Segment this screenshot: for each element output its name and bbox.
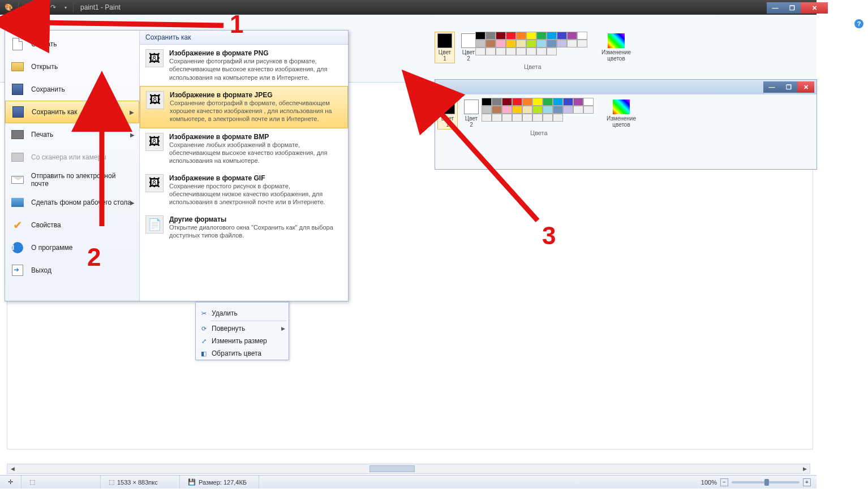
qat-save-icon[interactable]: 💾 [23, 2, 33, 12]
color-swatch[interactable] [547, 47, 557, 55]
qat-icon[interactable]: 🎨 [3, 2, 14, 12]
saveas-option-4[interactable]: 📄Другие форматыОткрытие диалогового окна… [140, 211, 348, 244]
color-swatch[interactable] [512, 98, 522, 106]
help-icon[interactable]: ? [854, 19, 863, 28]
color-swatch[interactable] [553, 98, 563, 106]
file-menu-item-3[interactable]: Сохранить как▶ [5, 101, 139, 123]
color-swatch[interactable] [496, 40, 506, 47]
color-swatch[interactable] [482, 114, 492, 122]
color-swatch[interactable] [543, 98, 553, 106]
color-swatch[interactable] [563, 106, 573, 114]
color-swatch[interactable] [502, 106, 512, 114]
file-menu-item-9[interactable]: iО программе [5, 236, 139, 259]
file-menu-button[interactable] [8, 18, 28, 31]
color-swatch[interactable] [526, 47, 536, 55]
saveas-option-2[interactable]: 🖼Изображение в формате BMPСохранение люб… [140, 128, 348, 170]
color-swatch[interactable] [536, 47, 547, 55]
horizontal-scrollbar[interactable]: ◀ ▶ [7, 464, 810, 474]
color-swatch[interactable] [502, 98, 512, 106]
color-swatch[interactable] [567, 40, 577, 47]
color-swatch[interactable] [485, 40, 496, 47]
color-swatch[interactable] [512, 114, 522, 122]
qat-dropdown-icon[interactable]: ▾ [61, 2, 71, 12]
zoom-control[interactable]: 100% − + [701, 478, 811, 486]
color-swatch[interactable] [557, 32, 567, 40]
color-swatch[interactable] [543, 106, 553, 114]
color-swatch[interactable] [506, 40, 516, 47]
scroll-thumb[interactable] [369, 465, 415, 472]
ctx-cut-hidden[interactable] [196, 303, 289, 307]
color-swatch[interactable] [547, 40, 557, 47]
color-swatch[interactable] [516, 47, 526, 55]
color-swatch[interactable] [522, 98, 532, 106]
color-swatch[interactable] [485, 47, 496, 55]
color-swatch[interactable] [485, 32, 496, 40]
color-swatch[interactable] [526, 40, 536, 47]
color-swatch[interactable] [583, 106, 594, 114]
sec-edit-colors-button[interactable]: Изменение цветов [604, 98, 639, 129]
file-menu-item-10[interactable]: Выход [5, 259, 139, 282]
qat-undo-icon[interactable]: ↶ [36, 2, 46, 12]
saveas-option-3[interactable]: 🖼Изображение в формате GIFСохранение про… [140, 170, 348, 211]
color-swatch[interactable] [506, 32, 516, 40]
color-swatch[interactable] [496, 47, 506, 55]
color1-button[interactable]: Цвет 1 [435, 32, 455, 63]
color-swatch[interactable] [553, 114, 563, 122]
file-menu-item-7[interactable]: Сделать фоном рабочего стола▶ [5, 191, 139, 214]
file-menu-item-4[interactable]: Печать▶ [5, 123, 139, 146]
sec-color2-button[interactable]: Цвет 2 [461, 98, 482, 129]
color-swatch[interactable] [563, 98, 573, 106]
color-swatch[interactable] [567, 32, 577, 40]
color-swatch[interactable] [512, 106, 522, 114]
sec-maximize-button[interactable]: ❐ [780, 81, 797, 93]
color-swatch[interactable] [536, 32, 547, 40]
context-item-0[interactable]: ✂Удалить [196, 307, 289, 319]
color-swatch[interactable] [577, 32, 587, 40]
color-swatch[interactable] [577, 40, 587, 47]
file-menu-item-8[interactable]: ✔Свойства [5, 214, 139, 236]
zoom-in-button[interactable]: + [803, 478, 811, 486]
saveas-option-0[interactable]: 🖼Изображение в формате PNGСохранение фот… [140, 45, 348, 86]
file-menu-item-2[interactable]: Сохранить [5, 78, 139, 101]
sec-close-button[interactable]: ✕ [797, 81, 814, 93]
context-item-1[interactable]: ⟳Повернуть▶ [196, 322, 289, 335]
color-swatch[interactable] [532, 114, 543, 122]
sec-color1-button[interactable]: Цвет 1 [437, 98, 458, 129]
color-swatch[interactable] [496, 32, 506, 40]
color-swatch[interactable] [502, 114, 512, 122]
color-swatch[interactable] [475, 32, 485, 40]
color-swatch[interactable] [475, 47, 485, 55]
file-menu-item-6[interactable]: Отправить по электронной почте [5, 169, 139, 191]
saveas-option-1[interactable]: 🖼Изображение в формате JPEGСохранение фо… [140, 86, 348, 128]
color-swatch[interactable] [492, 114, 502, 122]
color-swatch[interactable] [475, 40, 485, 47]
scroll-left-arrow[interactable]: ◀ [7, 464, 18, 473]
color-swatch[interactable] [522, 114, 532, 122]
color-swatch[interactable] [553, 106, 563, 114]
zoom-out-button[interactable]: − [720, 478, 728, 486]
color-swatch[interactable] [516, 40, 526, 47]
color-swatch[interactable] [492, 98, 502, 106]
context-item-3[interactable]: ◧Обратить цвета [196, 347, 289, 360]
color-swatch[interactable] [506, 47, 516, 55]
color-swatch[interactable] [526, 32, 536, 40]
color-swatch[interactable] [492, 106, 502, 114]
color-swatch[interactable] [532, 106, 543, 114]
color-swatch[interactable] [532, 98, 543, 106]
color-swatch[interactable] [482, 106, 492, 114]
edit-colors-group[interactable]: Изменение цветов [599, 32, 634, 63]
sec-minimize-button[interactable]: — [763, 81, 780, 93]
qat-redo-icon[interactable]: ↷ [48, 2, 58, 12]
context-item-2[interactable]: ⤢Изменить размер [196, 335, 289, 347]
maximize-button[interactable]: ❐ [784, 2, 801, 14]
color-swatch[interactable] [583, 98, 594, 106]
color-swatch[interactable] [543, 114, 553, 122]
color-swatch[interactable] [547, 32, 557, 40]
file-menu-item-0[interactable]: Создать [5, 33, 139, 55]
color-swatch[interactable] [573, 106, 583, 114]
color-swatch[interactable] [482, 98, 492, 106]
color-swatch[interactable] [516, 32, 526, 40]
scroll-right-arrow[interactable]: ▶ [800, 464, 810, 473]
zoom-slider[interactable] [732, 481, 800, 483]
close-button[interactable]: ✕ [801, 2, 828, 14]
